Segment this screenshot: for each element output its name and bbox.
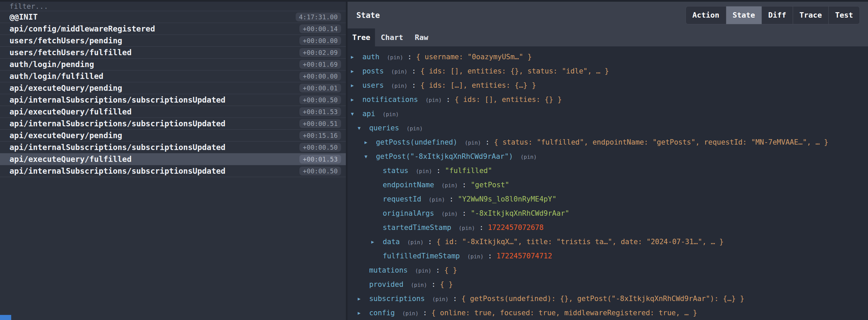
tree-key[interactable]: requestId [383,195,421,203]
pin-label[interactable]: (pin) [391,83,408,89]
pin-label[interactable]: (pin) [465,140,481,146]
action-list-item[interactable]: users/fetchUsers/pending +00:00.00 [0,35,346,47]
tree-key[interactable]: api [362,110,375,118]
action-list-item[interactable]: users/fetchUsers/fulfilled +00:02.09 [0,47,346,59]
expand-arrow-icon[interactable]: ▶ [364,135,372,149]
action-list-item[interactable]: api/config/middlewareRegistered +00:00.1… [0,23,346,35]
view-mode-tab[interactable]: Chart [375,28,409,46]
action-timestamp-badge: +00:15.16 [299,131,341,140]
inspector-tab[interactable]: Diff [762,6,793,24]
pin-label[interactable]: (pin) [415,268,431,274]
action-timestamp-badge: +00:00.00 [299,36,341,45]
expand-arrow-icon[interactable]: ▶ [358,306,365,320]
inspector-tab[interactable]: Test [828,6,860,24]
action-list-item[interactable]: api/internalSubscriptions/subscriptionsU… [0,118,346,130]
pin-label[interactable]: (pin) [411,282,427,288]
pin-label[interactable]: (pin) [520,154,537,160]
tree-key[interactable]: posts [362,67,384,75]
tree-key[interactable]: data [383,238,400,246]
key-value-separator: : [436,167,445,175]
pin-label[interactable]: (pin) [441,211,458,217]
expand-arrow-icon[interactable]: ▶ [351,50,358,64]
filter-input[interactable] [0,2,346,11]
tree-value: "-8xItkjkqXnRhCWd9rAar" [471,209,569,217]
collapse-arrow-icon[interactable]: ▼ [358,121,365,135]
action-timestamp-badge: +00:00.00 [299,72,341,81]
tree-key[interactable]: users [362,81,384,89]
tree-key[interactable]: provided [369,280,403,289]
tree-row: ▶ data (pin) : { id: "-8xItkjkqX…", titl… [348,235,868,249]
view-mode-tab[interactable]: Tree [348,28,375,46]
action-list-item[interactable]: auth/login/pending +00:01.69 [0,59,346,70]
pin-label[interactable]: (pin) [382,111,399,118]
pin-label[interactable]: (pin) [429,196,445,203]
tree-key[interactable]: subscriptions [369,295,425,303]
tree-row: requestId (pin) : "Y2WwN9s_lo8l0nRyME4pY… [348,192,868,206]
pin-label[interactable]: (pin) [407,239,423,246]
tree-value: { } [440,280,453,289]
action-list-item[interactable]: auth/login/fulfilled +00:00.00 [0,70,346,82]
inspector-header: State Action State Diff Trace Test [348,2,868,28]
expand-arrow-icon[interactable]: ▶ [371,235,378,249]
tree-key[interactable]: mutations [369,266,408,274]
action-list-item[interactable]: api/internalSubscriptions/subscriptionsU… [0,94,346,106]
pin-label[interactable]: (pin) [441,182,458,189]
filter-row [0,2,346,11]
tree-key[interactable]: fulfilledTimeStamp [383,252,460,260]
pin-label[interactable]: (pin) [387,54,403,61]
tree-key[interactable]: status [383,167,409,175]
tree-value: { } [444,266,457,274]
inspector-tab[interactable]: State [726,6,762,24]
collapse-arrow-icon[interactable]: ▼ [351,107,358,121]
action-type-label: users/fetchUsers/pending [9,36,299,45]
inspector-tab[interactable]: Action [686,6,726,24]
pin-label[interactable]: (pin) [391,68,408,75]
action-list-item[interactable]: api/internalSubscriptions/subscriptionsU… [0,165,346,177]
pin-label[interactable]: (pin) [407,125,423,132]
pin-label[interactable]: (pin) [426,97,442,103]
action-timestamp-badge: +00:00.50 [299,143,341,152]
tree-key[interactable]: config [369,309,395,317]
tree-key[interactable]: auth [362,53,380,61]
tree-row: status (pin) : "fulfilled" [348,164,868,178]
action-log-panel: @@INIT 4:17:31.00 api/config/middlewareR… [0,2,348,320]
pin-label[interactable]: (pin) [402,310,418,317]
expand-arrow-icon[interactable]: ▶ [351,92,358,107]
tree-key[interactable]: getPosts(undefined) [376,138,457,146]
action-list-item[interactable]: api/executeQuery/pending +00:15.16 [0,130,346,142]
view-mode-tab[interactable]: Raw [409,28,434,46]
pin-label[interactable]: (pin) [416,168,432,174]
tree-row: originalArgs (pin) : "-8xItkjkqXnRhCWd9r… [348,206,868,220]
action-list-item[interactable]: api/internalSubscriptions/subscriptionsU… [0,142,346,153]
pin-label[interactable]: (pin) [459,225,475,231]
key-value-separator: : [408,53,416,61]
tree-value: 1722457072678 [488,223,544,232]
pin-label[interactable]: (pin) [432,296,449,302]
action-type-label: api/executeQuery/fulfilled [9,155,299,164]
expand-arrow-icon[interactable]: ▶ [351,64,358,78]
tree-key[interactable]: originalArgs [383,209,434,217]
pin-label[interactable]: (pin) [467,253,484,260]
tree-key[interactable]: endpointName [383,181,434,189]
tree-key[interactable]: notifications [362,95,418,104]
inspector-tab[interactable]: Trace [793,6,828,24]
action-list-item[interactable]: @@INIT 4:17:31.00 [0,11,346,23]
tree-row: fulfilledTimeStamp (pin) : 1722457074712 [348,249,868,263]
expand-arrow-icon[interactable]: ▶ [351,78,358,92]
action-type-label: api/executeQuery/fulfilled [9,107,299,116]
tree-key[interactable]: startedTimeStamp [383,223,451,232]
tree-row: ▼ api (pin) [348,107,868,121]
tree-row: ▶ config (pin) : { online: true, focused… [348,306,868,320]
tree-key[interactable]: getPost("-8xItkjkqXnRhCWd9rAar") [376,152,513,161]
tree-row: ▶ getPosts(undefined) (pin) : { status: … [348,135,868,149]
action-list-item[interactable]: api/executeQuery/fulfilled +00:01.53 [0,153,346,165]
tree-key[interactable]: queries [369,124,399,132]
tree-row: mutations (pin) : { } [348,263,868,277]
action-list-item[interactable]: api/executeQuery/pending +00:00.01 [0,82,346,94]
action-list-item[interactable]: api/executeQuery/fulfilled +00:01.53 [0,106,346,118]
collapse-arrow-icon[interactable]: ▼ [364,149,372,164]
tree-row: ▶ subscriptions (pin) : { getPosts(undef… [348,292,868,306]
action-type-label: users/fetchUsers/fulfilled [9,48,299,57]
tree-value: "Y2WwN9s_lo8l0nRyME4pY" [458,195,556,203]
expand-arrow-icon[interactable]: ▶ [358,292,365,306]
